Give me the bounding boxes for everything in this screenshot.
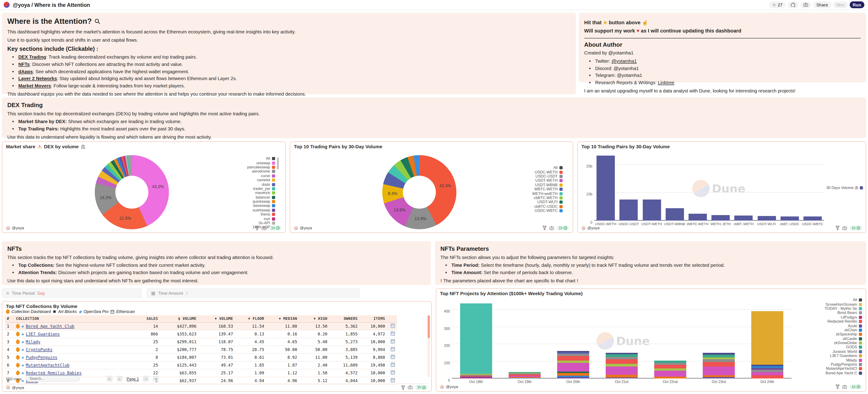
opensea-gem-icon[interactable]: ◆ xyxy=(22,324,24,328)
legend-item[interactable]: WBTC-WETH xyxy=(534,187,563,192)
legend-item[interactable]: Bored Ape Yacht C xyxy=(826,371,862,375)
share-button[interactable]: Share xyxy=(813,1,831,8)
legend-item[interactable]: quickswap xyxy=(253,199,275,204)
refresh-badge[interactable]: 1h xyxy=(850,225,862,230)
table-row[interactable]: 1◆Bored Ape Yacht Club14$427,896168.5311… xyxy=(5,322,397,330)
opensea-gem-icon[interactable]: ◆ xyxy=(22,348,24,352)
column-header[interactable]: ITEMS xyxy=(360,315,387,322)
legend-item[interactable]: zkCastle xyxy=(843,336,862,341)
opensea-gem-icon[interactable]: ◆ xyxy=(22,355,24,359)
legend-item[interactable]: Redacted Remilio xyxy=(828,320,862,324)
legend-item[interactable]: trader_joe xyxy=(253,187,275,191)
legend-item[interactable]: MutantApeYachtCl xyxy=(826,367,862,371)
stacked-bar-Oct 18th[interactable] xyxy=(460,303,492,379)
etherscan-link[interactable]: Etherscan xyxy=(116,309,135,314)
mini-chart-icon[interactable] xyxy=(391,347,395,352)
nfts-link[interactable]: NFTs xyxy=(18,62,30,67)
mini-chart-icon[interactable] xyxy=(391,331,395,336)
stacked-bar-Oct 23rd[interactable] xyxy=(703,353,735,379)
github-button[interactable] xyxy=(787,1,798,8)
legend-item[interactable]: dodo xyxy=(262,183,275,187)
refresh-badge[interactable]: 1h xyxy=(415,385,428,390)
legend-item[interactable]: USDC-WBTC xyxy=(535,209,563,213)
forward-page-button[interactable]: › xyxy=(143,376,149,382)
opensea-gem-icon[interactable]: ◆ xyxy=(22,371,24,375)
opensea-gem-icon[interactable]: ◆ xyxy=(22,363,24,367)
legend-item[interactable]: zkSnowGlobe xyxy=(834,341,862,345)
top-pairs-pie[interactable]: 42.4%13.9%13.8%8.4% xyxy=(382,155,457,229)
dapps-link[interactable]: dApps xyxy=(18,69,33,74)
bar-chart-legend[interactable]: 30 Days Volume ($ xyxy=(826,186,863,190)
table-row[interactable]: 3◆Milady25$299,011118.074.454.655.405,27… xyxy=(5,338,397,346)
layer2-link[interactable]: Layer 2 Networks xyxy=(18,76,57,81)
mini-chart-icon[interactable] xyxy=(391,324,395,328)
opensea-pro-link[interactable]: OpenSea Pro xyxy=(84,309,108,314)
bar-USDT-WETH[interactable] xyxy=(643,200,661,221)
prev-page-button[interactable]: ‹ xyxy=(106,376,113,382)
card-author[interactable]: @yoya xyxy=(440,384,458,389)
time-amount-value[interactable]: 1 xyxy=(186,291,188,295)
linktree-link[interactable]: Linktree xyxy=(658,80,675,85)
mini-chart-icon[interactable] xyxy=(391,362,395,367)
legend-item[interactable]: uniswap xyxy=(256,161,275,165)
legend-item[interactable]: sushiswap xyxy=(253,208,275,212)
collection-link[interactable]: Bored Ape Yacht Club xyxy=(26,324,74,329)
table-search-input[interactable] xyxy=(26,376,80,382)
last-page-button[interactable]: » xyxy=(153,376,159,382)
mini-chart-icon[interactable] xyxy=(391,339,395,344)
time-amount-param[interactable]: ▦ Time Amount 1 xyxy=(147,288,360,298)
fork-icon[interactable] xyxy=(255,226,259,230)
mint-button[interactable]: Mint xyxy=(833,1,848,8)
legend-item[interactable]: maverick xyxy=(255,191,275,195)
legend-item[interactable]: Jurassic World xyxy=(833,350,862,354)
legend-item[interactable]: L3E7 Guardians xyxy=(830,354,862,358)
legend-item[interactable]: pancakeswap xyxy=(247,165,275,169)
bar-WETH..tETH[interactable] xyxy=(711,215,730,221)
legend-item[interactable]: GODS xyxy=(846,345,862,350)
column-header[interactable]: ♦ MEDIAN xyxy=(266,315,299,322)
card-author[interactable]: @yoya xyxy=(581,226,599,230)
bar-WBTC-WETH[interactable] xyxy=(688,214,707,221)
collection-link[interactable]: CryptoPunks xyxy=(26,347,53,352)
collection-dashboard-icon[interactable] xyxy=(16,347,20,352)
collection-dashboard-icon[interactable] xyxy=(16,324,20,329)
legend-item[interactable]: All xyxy=(266,157,275,161)
legend-item[interactable]: baseswap xyxy=(253,204,275,208)
legend-item[interactable]: All xyxy=(853,298,862,302)
fork-icon[interactable] xyxy=(401,385,405,390)
next-page-button[interactable]: › xyxy=(117,376,122,382)
card-author[interactable]: @yoya xyxy=(294,226,312,230)
opensea-gem-icon[interactable]: ◆ xyxy=(22,332,24,336)
table-row[interactable]: 5◆PudgyPenguins8$184,80773.018.618.9211.… xyxy=(5,354,397,361)
column-header[interactable]: $ VOLUME xyxy=(160,315,198,322)
refresh-badge[interactable]: 1h xyxy=(557,225,569,230)
bar-cbBT..WETH[interactable] xyxy=(735,216,753,221)
table-scrollbar-thumb[interactable] xyxy=(428,315,430,338)
legend-item[interactable]: USDT-WETH xyxy=(535,178,563,183)
legend-item[interactable]: PudgyPenguins xyxy=(831,362,862,367)
column-header[interactable]: ♦ FLOOR xyxy=(235,315,266,322)
fork-icon[interactable] xyxy=(836,226,840,230)
bar-USDC-WETH[interactable] xyxy=(596,156,615,221)
table-row[interactable]: 2◆L3E7 Guardians866$353,623139.470.130.1… xyxy=(5,330,397,338)
collection-dashboard-icon[interactable] xyxy=(16,339,20,344)
bar-cbBT..USDC[interactable] xyxy=(780,217,799,221)
card-author[interactable]: @yoya xyxy=(6,385,24,390)
stacked-bar-Oct 19th[interactable] xyxy=(508,372,541,379)
stacked-bar-Oct 21st[interactable] xyxy=(606,353,638,379)
screenshot-button[interactable] xyxy=(800,1,811,8)
legend-item[interactable]: USDC-WETH xyxy=(535,170,563,174)
opensea-gem-icon[interactable]: ◆ xyxy=(22,340,24,344)
column-header[interactable]: ♦ VOLUME xyxy=(198,315,235,322)
twitter-link[interactable]: @yotamha1 xyxy=(611,59,637,64)
bar-USDC-WBTC[interactable] xyxy=(803,217,822,221)
time-period-value[interactable]: Day xyxy=(37,291,45,295)
dex-trading-link[interactable]: DEX Trading xyxy=(18,55,46,60)
legend-item[interactable]: aerodrome xyxy=(252,169,275,174)
column-header[interactable]: COLLECTION xyxy=(14,315,132,322)
legend-item[interactable]: thena xyxy=(261,212,275,217)
camera-icon[interactable] xyxy=(842,226,847,230)
legend-item[interactable]: WETH-wstETH xyxy=(532,192,563,196)
nft-attention-plot[interactable]: 0100200300400Oct 18thOct 19thOct 20thOct… xyxy=(452,301,792,379)
legend-item[interactable]: zkSpaceship xyxy=(836,332,862,336)
